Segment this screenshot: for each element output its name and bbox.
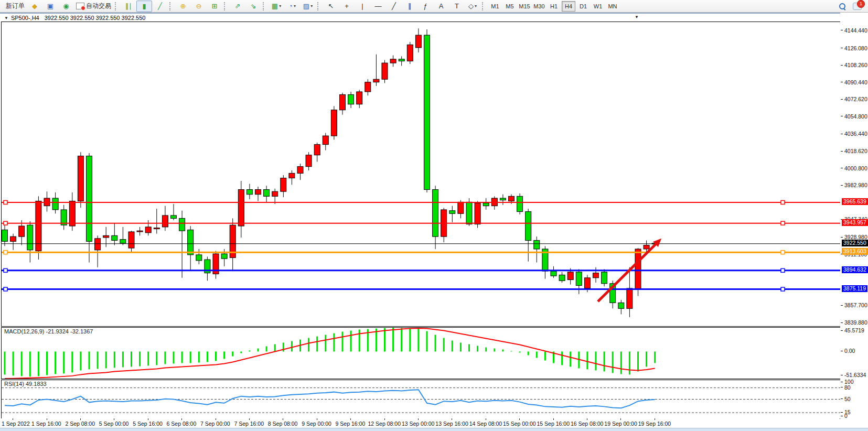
candle-body [559,275,565,281]
line-anchor-marker[interactable] [4,221,7,225]
timeframe-button-h1[interactable]: H1 [547,1,561,12]
autotrading-label: 自动交易 [86,2,111,10]
line-anchor-marker[interactable] [4,251,7,254]
line-anchor-marker[interactable] [781,251,785,254]
price-axis-column[interactable]: 4144.4404126.0804108.2604090.4404072.620… [840,13,868,428]
time-axis-label: 7 Sep 16:00 [234,421,264,427]
candle-body [500,198,506,200]
search-icon[interactable] [839,3,845,9]
timeframe-button-m30[interactable]: M30 [532,1,546,12]
fibonacci-button[interactable]: ƒ [417,1,433,12]
notifications-bubble-icon[interactable]: 1 [853,3,862,10]
timeframe-button-w1[interactable]: W1 [591,1,605,12]
line-anchor-marker[interactable] [781,268,785,272]
autotrading-button[interactable]: 自动交易 [74,1,113,12]
candle-body [466,202,472,224]
price-chart-pane[interactable] [1,21,841,327]
price-axis-label: 3839.880 [844,319,867,326]
timeframe-button-d1[interactable]: D1 [576,1,590,12]
text-label-button[interactable]: T [449,1,465,12]
candle-body [509,196,515,201]
timeframes-menu-button[interactable]: ◔▾ [284,1,300,12]
timeframe-button-m15[interactable]: M15 [518,1,531,12]
time-axis-tick [452,418,452,420]
timeframe-button-m5[interactable]: M5 [503,1,517,12]
candle-body [272,191,278,196]
templates-button[interactable]: ▨▾ [300,1,316,12]
vertical-line-button[interactable]: | [355,1,370,12]
macd-indicator-pane[interactable]: MACD(12,26,9) -21.9324 -32.1367 [1,327,841,379]
candle-body [576,272,582,286]
time-axis-label: 6 Sep 08:00 [167,421,197,427]
window-menu-icon[interactable]: ▼ [4,16,8,20]
price-chart-canvas[interactable] [2,22,840,326]
candle-body [171,216,177,218]
clock-icon: ◔ [288,3,293,9]
price-level-badge: 3943.957 [842,219,868,226]
price-level-badge: 3913.603 [842,248,868,255]
candle-body [602,272,607,284]
time-axis-label: 13 Sep 00:00 [402,421,434,427]
auto-scroll-button[interactable]: ⇗ [230,1,245,12]
chart-context-icon[interactable]: ▼ [635,15,639,19]
zoom-out-button[interactable]: ⊖ [191,1,207,12]
price-axis-tick [841,116,843,116]
bar-chart-button[interactable]: ∥∣ [121,1,136,12]
price-axis-tick [841,82,843,82]
line-anchor-marker[interactable] [4,268,7,272]
horizontal-line-button[interactable]: — [370,1,386,12]
time-axis-label: 9 Sep 00:00 [302,421,331,427]
line-chart-button[interactable]: ╱ [152,1,168,12]
candle-body [475,203,480,224]
line-anchor-marker[interactable] [4,200,7,204]
data-window-button[interactable]: ▣ [42,1,58,12]
timeframe-button-mn[interactable]: MN [606,1,619,12]
tile-windows-icon: ⊞ [212,3,218,9]
candle-body [19,226,25,236]
text-button[interactable]: A [433,1,449,12]
channel-button[interactable]: ∥ [402,1,417,12]
timeframe-button-m1[interactable]: M1 [488,1,502,12]
cursor-tool-button[interactable]: ↖ [323,1,339,12]
crosshair-icon: + [345,3,349,9]
candle-body [103,235,109,238]
rsi-canvas[interactable] [2,380,840,418]
data-window-icon: ▣ [47,3,53,9]
candlestick-chart-button[interactable]: ▮ [136,1,152,12]
insert-group: ▦▾ ◔▾ ▨▾ [269,1,316,12]
time-axis-tick [283,418,283,420]
navigator-button[interactable]: ◉ [58,1,74,12]
notification-badge: 1 [857,0,865,8]
macd-canvas[interactable] [2,328,840,379]
arrows-button[interactable]: ◇▾ [465,1,480,12]
channel-icon: ∥ [408,3,412,9]
toolbar-grip [263,2,266,10]
chart-type-group: ∥∣ ▮ ╱ [121,1,168,12]
indicators-icon: ⇗ [235,3,241,9]
market-watch-button[interactable]: ◆ [27,1,42,12]
line-anchor-marker[interactable] [4,287,7,291]
trendline-button[interactable]: ╱ [386,1,402,12]
bottom-window-edge [0,428,868,431]
candle-body [255,190,261,195]
time-axis-tick [384,418,385,420]
zoom-in-button[interactable]: ⊕ [175,1,191,12]
tile-windows-button[interactable]: ⊞ [207,1,222,12]
candle-body [306,155,312,167]
candle-body [154,228,159,229]
line-anchor-marker[interactable] [781,287,785,291]
new-order-button[interactable]: 新订单 [2,1,27,12]
indicators-list-button[interactable]: ▦▾ [269,1,284,12]
time-axis-label: 5 Sep 00:00 [99,421,129,427]
crosshair-tool-button[interactable]: + [339,1,355,12]
line-anchor-marker[interactable] [781,200,785,204]
line-anchor-marker[interactable] [781,221,785,225]
timeframe-button-h4[interactable]: H4 [562,1,575,12]
time-axis[interactable]: 1 Sep 20221 Sep 16:002 Sep 08:005 Sep 00… [1,418,840,428]
price-level-badge: 3875.119 [842,285,867,292]
time-axis-tick [13,418,13,420]
candle-body [137,231,143,232]
rsi-indicator-pane[interactable]: RSI(14) 49.1833 [1,380,841,419]
chart-shift-button[interactable]: ⇘ [245,1,261,12]
price-level-badge: 3965.639 [842,198,868,205]
